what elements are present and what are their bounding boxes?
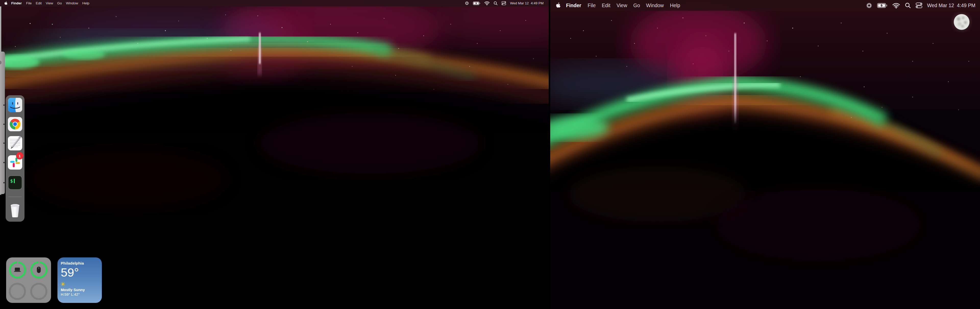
- apple-logo-icon: [4, 1, 7, 5]
- screen-right: Finder File Edit View Go Window Help: [550, 0, 980, 309]
- finder-icon: [8, 98, 22, 112]
- apple-menu[interactable]: [3, 1, 9, 5]
- weather-condition-icon: [61, 282, 99, 286]
- wifi-icon[interactable]: [484, 1, 490, 5]
- menu-bar-clock[interactable]: Wed Mar 12 4:49 PM: [510, 1, 544, 5]
- dock-item-chrome[interactable]: [8, 117, 22, 131]
- moon-icon: [953, 13, 970, 31]
- weather-high-low: H:59° L:42°: [61, 292, 99, 296]
- screen-left: Finder File Edit View Go Window Help: [0, 0, 549, 309]
- sun-icon: [61, 282, 65, 286]
- menu-bar-right: Finder File Edit View Go Window Help: [550, 0, 980, 11]
- menu-help[interactable]: Help: [80, 1, 91, 5]
- dock: 1 $: [6, 95, 24, 221]
- apple-menu[interactable]: [553, 3, 563, 8]
- empty-battery-ring: [10, 284, 25, 299]
- wallpaper-aurora-right: [550, 0, 980, 309]
- menu-view[interactable]: View: [44, 1, 55, 5]
- clock-time: 4:49 PM: [531, 1, 544, 5]
- spotlight-search-icon[interactable]: [905, 3, 911, 8]
- dual-monitor-desktop: Finder File Edit View Go Window Help: [0, 0, 980, 309]
- terminal-cursor: [14, 179, 15, 183]
- dock-item-finder[interactable]: [8, 98, 22, 112]
- weather-widget[interactable]: Philadelphia 59° Mostly Sunny H:59° L:42…: [57, 257, 102, 303]
- battery-charging-icon[interactable]: [877, 3, 887, 8]
- menu-bar-left: Finder File Edit View Go Window Help: [0, 0, 549, 6]
- running-indicator-chrome: [3, 124, 5, 125]
- laptop-icon: [14, 268, 21, 272]
- dock-item-textedit[interactable]: [8, 136, 22, 150]
- weather-city: Philadelphia: [61, 261, 99, 265]
- menu-window[interactable]: Window: [643, 3, 667, 8]
- left-edge-window-sliver-wide: [0, 52, 5, 194]
- menu-help[interactable]: Help: [667, 3, 683, 8]
- weather-temperature: 59°: [61, 266, 99, 279]
- dock-item-slack[interactable]: 1: [8, 155, 22, 170]
- menu-go[interactable]: Go: [630, 3, 643, 8]
- clock-date: Wed Mar 12: [510, 1, 528, 5]
- menu-edit[interactable]: Edit: [34, 1, 44, 5]
- menu-bar-left-menus: Finder File Edit View Go Window Help: [3, 1, 91, 5]
- dock-item-trash[interactable]: [8, 202, 22, 218]
- trash-icon: [8, 202, 22, 218]
- spotlight-search-icon[interactable]: [493, 1, 498, 5]
- battery-charging-icon[interactable]: [473, 2, 480, 5]
- running-indicator-finder: [3, 104, 5, 106]
- bloom-spinner-icon[interactable]: [465, 1, 469, 5]
- bloom-spinner-icon[interactable]: [866, 2, 872, 9]
- menu-bar-right-menus: Finder File Edit View Go Window Help: [553, 3, 683, 8]
- control-center-icon[interactable]: [916, 3, 922, 8]
- wifi-icon[interactable]: [892, 3, 900, 8]
- active-app-menu[interactable]: Finder: [9, 1, 24, 5]
- battery-widget[interactable]: [6, 257, 51, 303]
- dock-item-terminal[interactable]: $: [8, 175, 22, 190]
- menu-view[interactable]: View: [614, 3, 630, 8]
- menu-file[interactable]: File: [24, 1, 34, 5]
- chrome-icon: [8, 117, 22, 131]
- running-indicator-slack: [3, 162, 5, 163]
- menu-edit[interactable]: Edit: [599, 3, 614, 8]
- mouse-icon: [37, 267, 41, 273]
- menu-file[interactable]: File: [585, 3, 599, 8]
- menu-bar-left-status: Wed Mar 12 4:49 PM: [465, 1, 544, 5]
- menu-window[interactable]: Window: [64, 1, 80, 5]
- slack-notification-badge: 1: [16, 152, 23, 159]
- aurora-streak: [734, 33, 736, 123]
- control-center-icon[interactable]: [501, 1, 506, 5]
- terminal-prompt: $: [10, 179, 13, 183]
- clock-time: 4:49 PM: [957, 3, 975, 8]
- menu-go[interactable]: Go: [55, 1, 64, 5]
- menu-bar-clock[interactable]: Wed Mar 12 4:49 PM: [927, 3, 975, 8]
- textedit-icon: [8, 136, 22, 150]
- clock-date: Wed Mar 12: [927, 3, 954, 8]
- running-indicator-terminal: [3, 182, 5, 183]
- running-indicator-textedit: [3, 142, 5, 144]
- empty-battery-ring: [31, 284, 46, 299]
- aurora-streak: [259, 33, 261, 64]
- apple-logo-icon: [555, 3, 560, 8]
- menu-bar-right-status: Wed Mar 12 4:49 PM: [866, 2, 975, 9]
- active-app-menu[interactable]: Finder: [563, 3, 585, 8]
- weather-condition: Mostly Sunny: [61, 288, 99, 292]
